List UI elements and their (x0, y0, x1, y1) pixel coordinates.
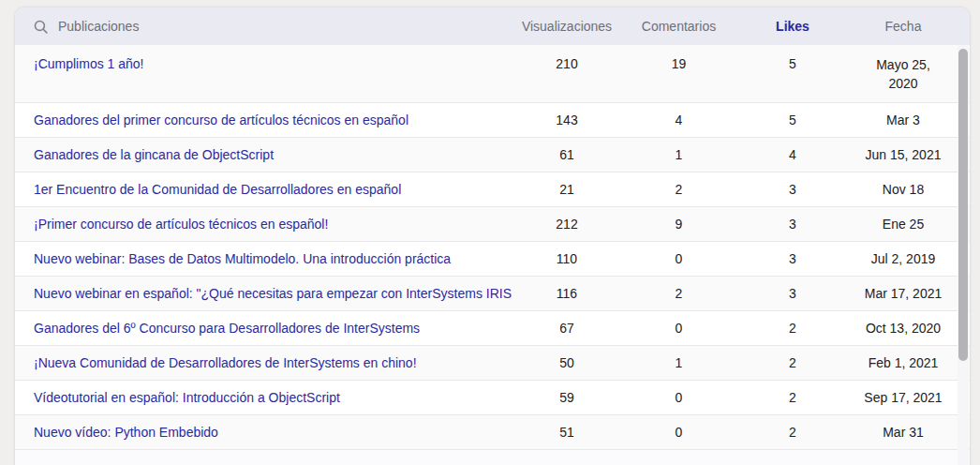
publication-title-link[interactable]: ¡Nueva Comunidad de Desarrolladores de I… (15, 355, 512, 370)
table-header: Visualizaciones Comentarios Likes Fecha (15, 8, 970, 45)
date-value: Sep 17, 2021 (850, 390, 957, 405)
comments-value: 2 (622, 182, 735, 197)
search-input[interactable] (58, 19, 339, 34)
likes-value: 5 (735, 112, 850, 128)
publication-title-link[interactable]: Nuevo webinar en español: "¿Qué necesita… (15, 286, 512, 301)
likes-value: 2 (735, 425, 850, 440)
comments-value: 2 (622, 286, 735, 301)
likes-value: 3 (735, 182, 850, 197)
date-value: Nov 18 (850, 182, 957, 197)
comments-value: 19 (622, 56, 735, 71)
date-value: Mayo 25, 2020 (850, 56, 957, 93)
likes-value: 3 (735, 217, 850, 232)
likes-value: 2 (735, 390, 850, 405)
publication-title-link[interactable]: Nuevo webinar: Bases de Datos Multimodel… (15, 251, 512, 266)
column-header-comentarios[interactable]: Comentarios (622, 19, 735, 34)
publication-title-link[interactable]: ¡Cumplimos 1 año! (15, 56, 512, 71)
table-row[interactable]: 1er Encuentro de la Comunidad de Desarro… (15, 172, 970, 207)
views-value: 143 (512, 112, 622, 128)
views-value: 61 (512, 147, 622, 162)
publication-title-link[interactable]: 1er Encuentro de la Comunidad de Desarro… (15, 182, 512, 197)
column-header-likes[interactable]: Likes (735, 19, 850, 34)
column-header-fecha[interactable]: Fecha (850, 19, 957, 34)
publication-title-link[interactable]: Nuevo vídeo: Python Embebido (15, 425, 512, 440)
table-row[interactable]: Nuevo vídeo: Python Embebido 51 0 2 Mar … (15, 415, 970, 450)
views-value: 59 (512, 390, 622, 405)
publication-title-link[interactable]: Ganadores de la gincana de ObjectScript (15, 147, 512, 162)
date-value: Oct 13, 2020 (850, 321, 957, 336)
comments-value: 9 (622, 217, 735, 232)
date-value: Mar 3 (850, 112, 957, 128)
views-value: 67 (512, 321, 622, 336)
views-value: 212 (512, 217, 622, 232)
scrollbar-thumb[interactable] (958, 49, 968, 361)
table-row[interactable]: Ganadores del 6º Concurso para Desarroll… (15, 311, 970, 346)
likes-value: 4 (735, 147, 850, 162)
comments-value: 4 (622, 112, 735, 128)
table-row[interactable]: ¡Nueva Comunidad de Desarrolladores de I… (15, 346, 970, 381)
comments-value: 1 (622, 147, 735, 162)
views-value: 116 (512, 286, 622, 301)
likes-value: 2 (735, 321, 850, 336)
date-value: Ene 25 (850, 217, 957, 232)
column-header-visualizaciones[interactable]: Visualizaciones (512, 19, 622, 34)
comments-value: 0 (622, 390, 735, 405)
date-value: Mar 31 (850, 425, 957, 440)
table-row[interactable]: Ganadores del primer concurso de artícul… (15, 103, 970, 138)
views-value: 21 (512, 182, 622, 197)
table-row[interactable]: Ganadores de la gincana de ObjectScript … (15, 138, 970, 172)
publication-title-link[interactable]: Ganadores del primer concurso de artícul… (15, 112, 512, 128)
date-value: Mar 17, 2021 (850, 286, 957, 301)
comments-value: 1 (622, 355, 735, 370)
table-body: ¡Cumplimos 1 año! 210 19 5 Mayo 25, 2020… (15, 45, 970, 465)
likes-value: 3 (735, 251, 850, 266)
table-row[interactable]: Vídeotutorial en español: Introducción a… (15, 381, 970, 415)
table-row[interactable]: Nuevo webinar en español: "¿Qué necesita… (15, 277, 970, 311)
views-value: 110 (512, 251, 622, 266)
date-value: Jun 15, 2021 (850, 147, 957, 162)
publications-table-card: Visualizaciones Comentarios Likes Fecha … (15, 8, 970, 465)
views-value: 51 (512, 425, 622, 440)
comments-value: 0 (622, 251, 735, 266)
publication-title-link[interactable]: Vídeotutorial en español: Introducción a… (15, 390, 512, 405)
comments-value: 0 (622, 425, 735, 440)
date-value: Feb 1, 2021 (850, 355, 957, 370)
table-row[interactable]: Nuevo webinar: Bases de Datos Multimodel… (15, 242, 970, 277)
likes-value: 3 (735, 286, 850, 301)
comments-value: 0 (622, 321, 735, 336)
table-row[interactable]: ¡Primer concurso de artículos técnicos e… (15, 207, 970, 242)
table-row[interactable]: ¡Cumplimos 1 año! 210 19 5 Mayo 25, 2020 (15, 45, 970, 103)
likes-value: 2 (735, 355, 850, 370)
vertical-scrollbar[interactable] (958, 45, 969, 465)
publication-title-link[interactable]: ¡Primer concurso de artículos técnicos e… (15, 217, 512, 232)
views-value: 50 (512, 355, 622, 370)
publication-title-link[interactable]: Ganadores del 6º Concurso para Desarroll… (15, 321, 512, 336)
search-icon (33, 19, 49, 35)
views-value: 210 (512, 56, 622, 71)
search-box[interactable] (15, 19, 512, 35)
table-row[interactable] (15, 450, 970, 465)
likes-value: 5 (735, 56, 850, 71)
date-value: Jul 2, 2019 (850, 251, 957, 266)
